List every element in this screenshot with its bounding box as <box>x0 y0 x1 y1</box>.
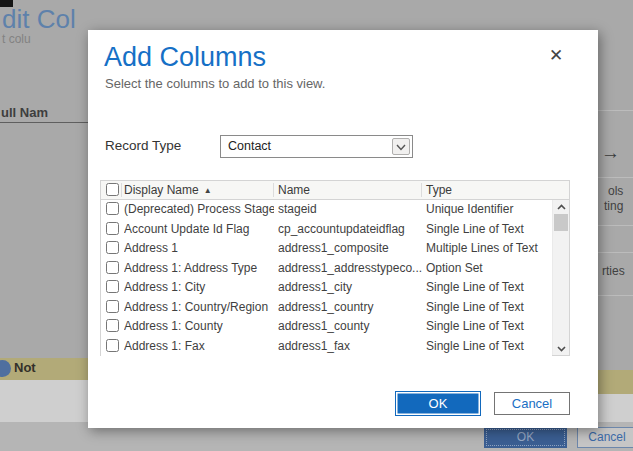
bg-divider <box>598 177 633 178</box>
row-checkbox[interactable] <box>106 339 119 352</box>
row-name: stageid <box>278 202 423 216</box>
table-row[interactable]: Address 1 address1_composite Multiple Li… <box>101 239 552 259</box>
close-icon[interactable]: ✕ <box>544 44 568 68</box>
row-type: Single Line of Text <box>426 280 551 294</box>
header-separator <box>421 183 422 197</box>
row-checkbox[interactable] <box>106 280 119 293</box>
table-row[interactable]: Address 1: Country/Region address1_count… <box>101 298 552 318</box>
row-name: address1_composite <box>278 241 423 255</box>
row-name: address1_city <box>278 280 423 294</box>
row-name: address1_country <box>278 300 423 314</box>
bg-grid-underline <box>0 122 88 123</box>
table-row[interactable]: Address 1: Address Type address1_address… <box>101 259 552 279</box>
bg-divider <box>598 225 633 226</box>
table-row[interactable]: Address 1: City address1_city Single Lin… <box>101 278 552 298</box>
bg-divider <box>598 252 633 253</box>
header-name[interactable]: Name <box>278 183 310 197</box>
row-display-name: Address 1: Fax <box>124 339 274 353</box>
arrow-right-icon: → <box>601 142 620 164</box>
header-separator <box>273 183 274 197</box>
bg-note-bar-right <box>598 370 633 394</box>
columns-table-body: (Deprecated) Process Stage stageid Uniqu… <box>101 200 552 356</box>
sort-asc-icon: ▲ <box>204 186 212 195</box>
bg-page-title-fragment: dit Col <box>2 4 76 35</box>
columns-table-header: Display Name▲ Name Type <box>101 181 569 200</box>
record-type-label: Record Type <box>105 138 181 153</box>
row-checkbox[interactable] <box>106 319 119 332</box>
row-display-name: Address 1: Country/Region <box>124 300 274 314</box>
row-display-name: Account Update Id Flag <box>124 222 274 236</box>
row-checkbox[interactable] <box>106 202 119 215</box>
bg-right-fragment: ols <box>608 184 623 198</box>
bg-divider <box>598 295 633 296</box>
header-type[interactable]: Type <box>426 183 452 197</box>
columns-table: Display Name▲ Name Type (Deprecated) Pro… <box>100 180 570 356</box>
row-name: address1_county <box>278 319 423 333</box>
table-scrollbar[interactable] <box>552 200 569 355</box>
bg-right-fragment: rties <box>602 264 625 278</box>
row-name: address1_addresstypeco... <box>278 261 423 275</box>
row-type: Option Set <box>426 261 551 275</box>
row-type: Single Line of Text <box>426 300 551 314</box>
header-separator <box>121 183 122 197</box>
row-type: Unique Identifier <box>426 202 551 216</box>
select-all-checkbox[interactable] <box>106 183 119 196</box>
row-display-name: Address 1: County <box>124 319 274 333</box>
table-row[interactable]: (Deprecated) Process Stage stageid Uniqu… <box>101 200 552 220</box>
scroll-down-icon[interactable] <box>555 341 568 354</box>
row-display-name: (Deprecated) Process Stage <box>124 202 274 216</box>
cancel-button[interactable]: Cancel <box>494 392 570 415</box>
record-type-dropdown[interactable]: Contact <box>220 135 413 158</box>
row-display-name: Address 1: City <box>124 280 274 294</box>
table-row[interactable]: Account Update Id Flag cp_accountupdatei… <box>101 220 552 240</box>
table-row[interactable]: Address 1: County address1_county Single… <box>101 317 552 337</box>
row-display-name: Address 1: Address Type <box>124 261 274 275</box>
bg-page-subtitle-fragment: t colu <box>2 32 31 46</box>
scrollbar-thumb[interactable] <box>554 214 568 231</box>
bg-note-fragment: Not <box>14 360 36 375</box>
chevron-down-icon[interactable] <box>392 138 410 155</box>
row-type: Single Line of Text <box>426 319 551 333</box>
add-columns-dialog: Add Columns ✕ Select the columns to add … <box>88 30 598 428</box>
ok-button[interactable]: OK <box>395 391 481 416</box>
row-checkbox[interactable] <box>106 241 119 254</box>
row-name: cp_accountupdateidflag <box>278 222 423 236</box>
bg-cancel-button: Cancel <box>577 427 633 448</box>
bg-grid-column-header-fragment: ull Nam <box>1 105 48 120</box>
header-display-name[interactable]: Display Name▲ <box>124 183 212 197</box>
bg-ok-button: OK <box>484 427 567 448</box>
row-checkbox[interactable] <box>106 222 119 235</box>
row-type: Single Line of Text <box>426 339 551 353</box>
record-type-value: Contact <box>228 139 271 153</box>
row-name: address1_fax <box>278 339 423 353</box>
row-display-name: Address 1 <box>124 241 274 255</box>
bg-divider <box>598 110 633 111</box>
row-type: Multiple Lines of Text <box>426 241 551 255</box>
screen: dit Col t colu ull Nam Not → ols ting rt… <box>0 0 633 451</box>
row-type: Single Line of Text <box>426 222 551 236</box>
dialog-subtitle: Select the columns to add to this view. <box>105 76 325 91</box>
bg-right-fragment: ting <box>604 199 623 213</box>
dialog-title: Add Columns <box>104 42 266 73</box>
table-row[interactable]: Address 1: Fax address1_fax Single Line … <box>101 337 552 357</box>
row-checkbox[interactable] <box>106 300 119 313</box>
row-checkbox[interactable] <box>106 261 119 274</box>
scroll-up-icon[interactable] <box>555 200 568 213</box>
